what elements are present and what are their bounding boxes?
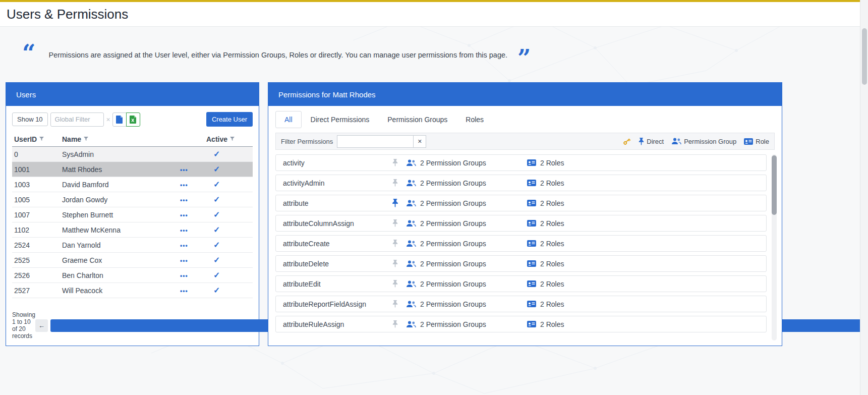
table-row[interactable]: 2525 Graeme Cox ••• ✓ — [12, 253, 253, 268]
row-menu-button[interactable]: ••• — [180, 197, 188, 204]
permission-row[interactable]: activityAdmin 2 Permission Groups 2 Role… — [275, 175, 767, 191]
browser-scrollbar-thumb[interactable] — [862, 28, 867, 85]
permission-row[interactable]: attributeReportFieldAssign 2 Permission … — [275, 296, 767, 312]
permission-groups-label: 2 Permission Groups — [420, 219, 486, 228]
clear-permissions-filter-icon[interactable]: × — [414, 135, 426, 148]
prev-page-button[interactable]: ← — [35, 319, 48, 332]
export-file-button[interactable] — [112, 112, 127, 127]
pin-icon[interactable] — [392, 240, 398, 247]
column-header-active[interactable]: Active — [206, 135, 251, 143]
pin-icon[interactable] — [392, 300, 398, 308]
global-filter-input[interactable] — [50, 112, 104, 127]
column-header-name[interactable]: Name — [62, 135, 180, 143]
roles-label: 2 Roles — [540, 280, 564, 288]
user-id-cell: 1007 — [14, 211, 62, 219]
table-row[interactable]: 2527 Will Peacock ••• ✓ — [12, 283, 253, 298]
clear-filter-icon[interactable]: × — [106, 116, 110, 124]
permission-name: attributeRuleAssign — [283, 320, 384, 328]
table-row[interactable]: 2524 Dan Yarnold ••• ✓ — [12, 238, 253, 253]
pin-icon[interactable] — [392, 219, 398, 227]
permission-row[interactable]: attributeDelete 2 Permission Groups 2 Ro… — [275, 255, 767, 272]
browser-scrollbar[interactable] — [860, 0, 868, 395]
group-icon — [406, 280, 416, 288]
user-name-cell: Will Peacock — [62, 287, 180, 295]
permission-row[interactable]: attributeEdit 2 Permission Groups 2 Role… — [275, 275, 767, 292]
permission-groups-label: 2 Permission Groups — [420, 199, 486, 207]
active-check-icon: ✓ — [206, 150, 220, 158]
export-excel-button[interactable] — [126, 112, 140, 127]
pin-icon[interactable] — [392, 179, 398, 187]
table-row[interactable]: 1003 David Bamford ••• ✓ — [12, 177, 253, 192]
active-check-icon: ✓ — [206, 271, 220, 279]
permission-name: attributeCreate — [283, 240, 384, 248]
idcard-icon — [527, 240, 536, 247]
tab-roles[interactable]: Roles — [456, 111, 493, 128]
filter-funnel-icon[interactable] — [84, 137, 88, 141]
pin-icon[interactable] — [392, 199, 398, 207]
group-icon — [406, 301, 416, 308]
row-menu-button[interactable]: ••• — [180, 166, 188, 174]
idcard-icon — [744, 138, 753, 145]
table-row[interactable]: 1007 Stephen Burnett ••• ✓ — [12, 207, 253, 222]
active-check-icon: ✓ — [206, 241, 220, 249]
users-footer: Showing 1 to 10 of 20 records ← 12 → — [12, 311, 253, 340]
permission-groups-label: 2 Permission Groups — [420, 300, 486, 308]
pin-icon[interactable] — [392, 260, 398, 267]
permission-row[interactable]: attributeRuleAssign 2 Permission Groups … — [275, 316, 767, 332]
permissions-scrollbar-thumb[interactable] — [772, 155, 777, 215]
permissions-scrollbar[interactable] — [772, 154, 777, 341]
permission-name: activity — [283, 159, 384, 167]
create-user-button[interactable]: Create User — [206, 112, 253, 127]
user-id-cell: 1001 — [14, 165, 62, 174]
row-menu-button[interactable]: ••• — [180, 272, 188, 279]
table-row[interactable]: 1005 Jordan Gowdy ••• ✓ — [12, 192, 253, 207]
permission-groups-label: 2 Permission Groups — [420, 320, 486, 328]
table-row[interactable]: 0 SysAdmin ••• ✓ — [12, 147, 253, 162]
legend-role: Role — [744, 138, 769, 145]
tab-all[interactable]: All — [275, 111, 302, 128]
row-menu-button[interactable]: ••• — [180, 227, 188, 234]
permissions-panel-body: AllDirect PermissionsPermission GroupsRo… — [268, 106, 782, 346]
filter-funnel-icon[interactable] — [230, 137, 235, 141]
table-row[interactable]: 1102 Matthew McKenna ••• ✓ — [12, 222, 253, 238]
idcard-icon — [527, 280, 536, 287]
idcard-icon — [527, 200, 536, 206]
tab-direct-permissions[interactable]: Direct Permissions — [302, 111, 379, 128]
pin-icon[interactable] — [392, 159, 398, 166]
row-menu-button[interactable]: ••• — [180, 288, 188, 295]
roles-label: 2 Roles — [540, 240, 564, 248]
page-size-selector[interactable]: Show 10 — [12, 112, 48, 126]
idcard-icon — [527, 159, 536, 166]
roles-label: 2 Roles — [540, 320, 564, 328]
row-menu-button[interactable]: ••• — [180, 182, 188, 189]
permission-groups-label: 2 Permission Groups — [420, 240, 486, 248]
row-menu-button[interactable]: ••• — [180, 257, 188, 264]
file-icon — [116, 116, 123, 124]
export-button-group — [112, 112, 140, 127]
active-check-icon: ✓ — [206, 180, 220, 189]
row-menu-button[interactable]: ••• — [180, 212, 188, 219]
permission-row[interactable]: attribute 2 Permission Groups 2 Roles — [275, 195, 767, 211]
idcard-icon — [527, 180, 536, 186]
tab-permission-groups[interactable]: Permission Groups — [378, 111, 456, 128]
group-icon — [406, 240, 416, 247]
filter-permissions-input[interactable] — [337, 135, 414, 148]
group-icon — [406, 180, 416, 187]
row-menu-button[interactable]: ••• — [180, 242, 188, 249]
user-id-cell: 1102 — [14, 226, 62, 234]
pin-icon — [639, 138, 644, 145]
permission-row[interactable]: attributeCreate 2 Permission Groups 2 Ro… — [275, 235, 767, 252]
table-row[interactable]: 1001 Matt Rhodes ••• ✓ — [12, 162, 253, 177]
pin-icon[interactable] — [392, 320, 398, 328]
filter-funnel-icon[interactable] — [39, 137, 44, 141]
table-row[interactable]: 2526 Ben Charlton ••• ✓ — [12, 268, 253, 283]
intro-quote-text: Permissions are assigned at the User lev… — [48, 51, 507, 59]
user-name-cell: David Bamford — [62, 181, 180, 189]
permission-row[interactable]: activity 2 Permission Groups 2 Roles — [275, 154, 767, 171]
permissions-filter-bar: Filter Permissions × Direct — [275, 133, 775, 150]
pin-icon[interactable] — [392, 280, 398, 288]
permission-row[interactable]: attributeColumnAssign 2 Permission Group… — [275, 215, 767, 232]
roles-label: 2 Roles — [540, 260, 564, 268]
permission-name: attributeEdit — [283, 280, 384, 288]
column-header-userid[interactable]: UserID — [14, 135, 62, 143]
